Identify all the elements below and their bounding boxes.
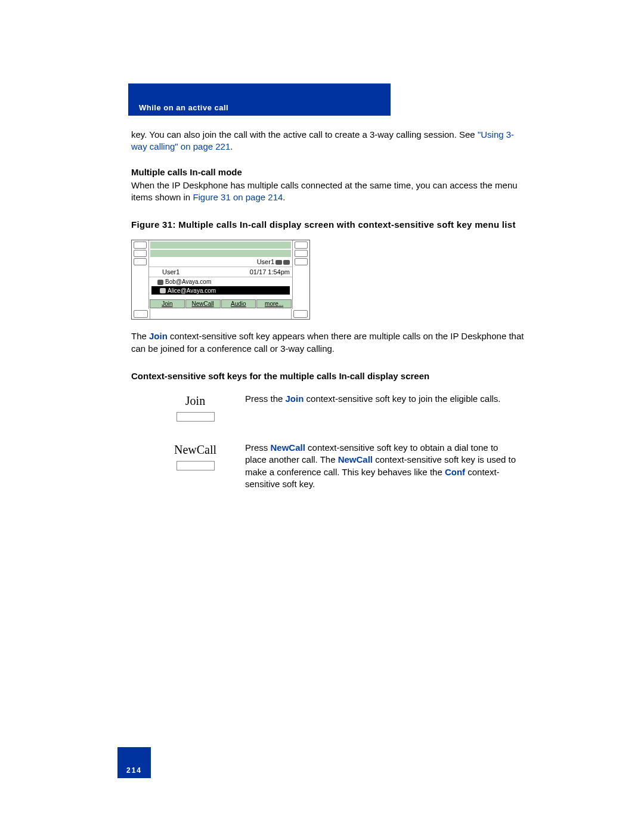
softkey-row-newcall: NewCall Press NewCall context-sensitive …	[167, 442, 528, 490]
side-button[interactable]	[134, 241, 147, 249]
desc-text: Join	[286, 394, 304, 404]
side-button[interactable]	[134, 258, 147, 265]
section1-text-2: .	[283, 192, 285, 202]
softkey-label: NewCall	[167, 442, 224, 458]
softkey-label-cell: NewCall	[167, 442, 224, 470]
section-heading-softkeys: Context-sensitive soft keys for the mult…	[131, 370, 528, 382]
desc-text: Press the	[245, 394, 286, 404]
bottom-key-row	[132, 309, 309, 319]
softkey-box-icon	[177, 461, 215, 470]
softkey-physical[interactable]	[134, 310, 148, 318]
call-entry: Bob@Avaya.com	[149, 277, 292, 286]
softkey-more[interactable]: more...	[256, 299, 292, 308]
page-number: 214	[126, 766, 142, 778]
call-entry-label: Bob@Avaya.com	[165, 278, 211, 286]
softkey-label: Join	[167, 393, 224, 409]
right-side-keys	[293, 240, 309, 309]
left-side-keys	[132, 240, 148, 309]
line-bar	[150, 250, 291, 257]
side-button[interactable]	[134, 250, 147, 257]
status-user: User1	[257, 258, 274, 267]
softkey-desc: Press the Join context-sensitive soft ke…	[245, 393, 528, 405]
af-join-ref: Join	[149, 331, 168, 341]
af-text-2: context-sensitive soft key appears when …	[131, 331, 524, 353]
intro-text-1: key. You can also join the call with the…	[131, 129, 478, 140]
section1-link[interactable]: Figure 31 on page 214	[193, 192, 283, 202]
softkey-desc: Press NewCall context-sensitive soft key…	[245, 442, 528, 490]
footer-banner: 214	[117, 747, 151, 778]
phone-display: User1 User1 01/17 1:54pm Bob@Avaya.com	[148, 240, 293, 309]
desc-text: Press	[245, 442, 271, 453]
af-text-1: The	[131, 331, 149, 341]
section-heading-multiple-calls: Multiple calls In-call mode	[131, 166, 528, 178]
call-entry-selected: Alice@Avaya.com	[151, 286, 290, 295]
side-button[interactable]	[295, 250, 308, 257]
page: While on an active call key. You can als…	[0, 0, 644, 833]
desc-text: Conf	[445, 467, 465, 477]
figure-caption: Figure 31: Multiple calls In-call displa…	[131, 219, 528, 231]
after-figure-paragraph: The Join context-sensitive soft key appe…	[131, 330, 528, 355]
desc-text: NewCall	[338, 454, 373, 465]
header-title: While on an active call	[128, 103, 228, 116]
intro-paragraph: key. You can also join the call with the…	[131, 129, 528, 153]
softkey-physical[interactable]	[293, 310, 308, 318]
desc-text: context-sensitive soft key to join the e…	[304, 394, 500, 404]
handset-icon	[275, 260, 282, 265]
title-time: 01/17 1:54pm	[250, 268, 290, 277]
softkey-label-cell: Join	[167, 393, 224, 422]
call-entry-label: Alice@Avaya.com	[168, 287, 216, 295]
side-button[interactable]	[295, 241, 308, 249]
speaker-icon	[283, 260, 290, 265]
line-bar	[150, 241, 291, 249]
section1-body: When the IP Deskphone has multiple calls…	[131, 179, 528, 204]
header-banner: While on an active call	[128, 83, 391, 116]
phone-icon	[157, 280, 163, 285]
status-line: User1	[149, 258, 292, 267]
softkey-row-join: Join Press the Join context-sensitive so…	[167, 393, 528, 422]
softkey-newcall[interactable]: NewCall	[185, 299, 221, 308]
softkey-description-table: Join Press the Join context-sensitive so…	[167, 393, 528, 490]
softkey-box-icon	[177, 412, 215, 422]
section1-text-1: When the IP Deskphone has multiple calls…	[131, 180, 518, 202]
softkey-row: Join NewCall Audio more...	[149, 298, 292, 309]
intro-text-2: .	[230, 141, 233, 151]
desc-text: NewCall	[271, 442, 305, 453]
phone-icon	[160, 288, 166, 293]
content-area: key. You can also join the call with the…	[122, 116, 537, 490]
softkey-join[interactable]: Join	[150, 299, 185, 308]
side-button[interactable]	[295, 258, 308, 265]
softkey-audio[interactable]: Audio	[221, 299, 256, 308]
phone-screen-figure: User1 User1 01/17 1:54pm Bob@Avaya.com	[131, 240, 310, 320]
title-user: User1	[151, 268, 179, 277]
title-line: User1 01/17 1:54pm	[149, 267, 292, 278]
